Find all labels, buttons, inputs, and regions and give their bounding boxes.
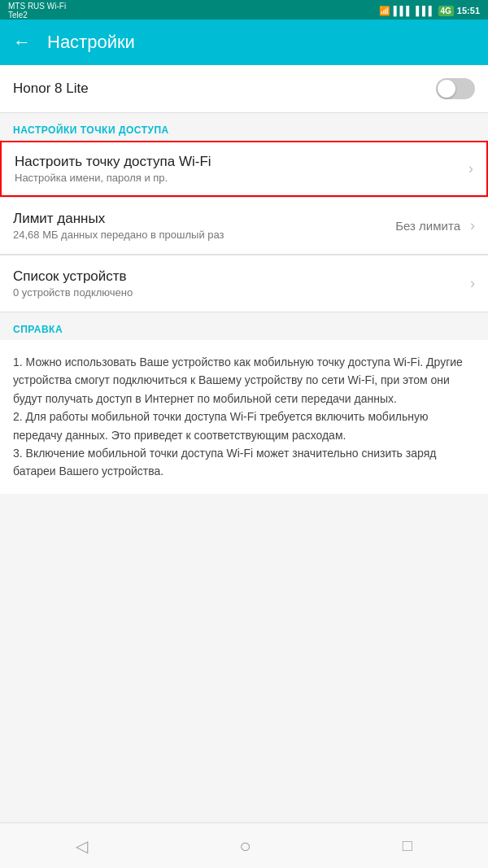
signal1-icon: ▌▌▌ — [394, 6, 412, 15]
nav-home-button[interactable]: ○ — [239, 835, 251, 857]
page-title: Настройки — [47, 32, 135, 53]
carrier1-label: MTS RUS Wi-Fi — [8, 2, 66, 11]
data-limit-value: Без лимита — [395, 219, 460, 233]
status-icons: 📶 ▌▌▌ ▌▌▌ 4G 15:51 — [379, 6, 480, 16]
device-list-row[interactable]: Список устройств 0 устройств подключено … — [0, 255, 488, 312]
hotspot-toggle-switch[interactable] — [436, 78, 475, 99]
section-help-header: СПРАВКА — [0, 312, 488, 340]
wifi-configure-subtitle: Настройка имени, пароля и пр. — [15, 172, 462, 184]
hotspot-toggle-text: Honor 8 Lite — [13, 81, 436, 97]
back-button[interactable]: ← — [13, 32, 31, 53]
help-section: 1. Можно использовать Ваше устройство ка… — [0, 340, 488, 494]
wifi-configure-row[interactable]: Настроить точку доступа Wi-Fi Настройка … — [0, 141, 488, 197]
nav-bar: ◁ ○ □ — [0, 822, 488, 868]
device-list-subtitle: 0 устройств подключено — [13, 286, 464, 299]
wifi-icon: 📶 — [379, 6, 390, 16]
data-limit-subtitle: 24,68 МБ данных передано в прошлый раз — [13, 229, 395, 241]
data-limit-title: Лимит данных — [13, 211, 395, 227]
data-limit-text: Лимит данных 24,68 МБ данных передано в … — [13, 211, 395, 241]
content: Honor 8 Lite НАСТРОЙКИ ТОЧКИ ДОСТУПА Нас… — [0, 65, 488, 494]
nav-back-button[interactable]: ◁ — [76, 836, 88, 856]
wifi-configure-chevron: › — [468, 160, 473, 177]
time-label: 15:51 — [457, 6, 480, 15]
device-list-text: Список устройств 0 устройств подключено — [13, 268, 464, 299]
signal2-icon: ▌▌▌ — [416, 6, 434, 15]
status-bar: MTS RUS Wi-Fi Tele2 📶 ▌▌▌ ▌▌▌ 4G 15:51 — [0, 0, 488, 20]
hotspot-toggle-row[interactable]: Honor 8 Lite — [0, 65, 488, 113]
data-limit-row[interactable]: Лимит данных 24,68 МБ данных передано в … — [0, 198, 488, 255]
battery-4g-icon: 4G — [438, 6, 454, 16]
carrier-info: MTS RUS Wi-Fi Tele2 — [8, 2, 66, 20]
section-access-point-header: НАСТРОЙКИ ТОЧКИ ДОСТУПА — [0, 113, 488, 141]
header: ← Настройки — [0, 20, 488, 65]
carrier2-label: Tele2 — [8, 11, 66, 20]
data-limit-chevron: › — [470, 217, 475, 234]
help-text: 1. Можно использовать Ваше устройство ка… — [13, 353, 475, 481]
device-list-title: Список устройств — [13, 268, 464, 285]
hotspot-device-name: Honor 8 Lite — [13, 81, 436, 97]
data-limit-value-container: Без лимита › — [395, 217, 475, 234]
device-list-chevron: › — [470, 275, 475, 292]
wifi-configure-title: Настроить точку доступа Wi-Fi — [15, 154, 462, 170]
nav-recent-button[interactable]: □ — [403, 836, 412, 855]
wifi-configure-text: Настроить точку доступа Wi-Fi Настройка … — [15, 154, 462, 184]
